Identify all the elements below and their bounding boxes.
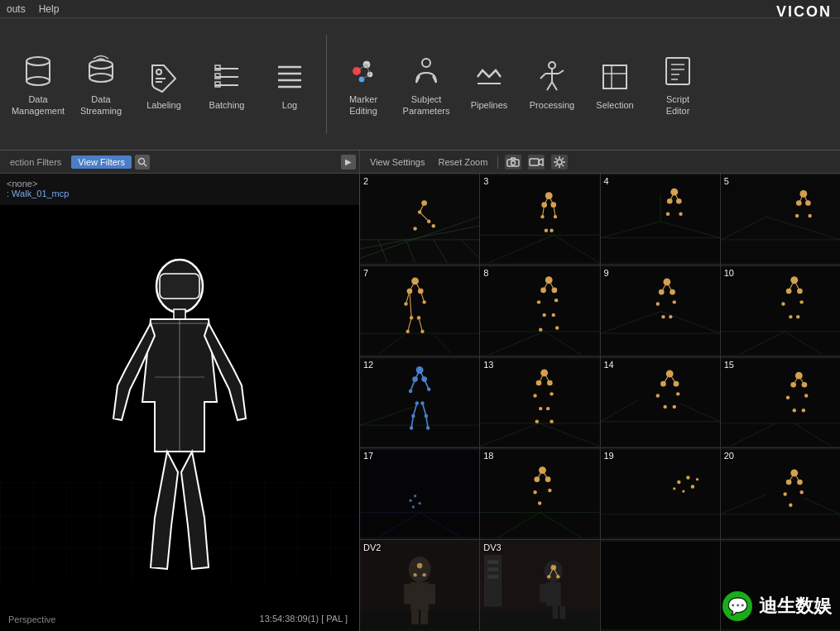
svg-rect-191 [360,451,479,538]
toolbar-batching[interactable]: Batching [197,26,257,142]
thumb-number-10: 10 [724,268,734,278]
thumbnail-2[interactable]: 2 [360,174,479,265]
thumbnail-13[interactable]: 13 [480,357,599,448]
toolbar-pipelines[interactable]: Pipelines [459,26,519,142]
subject-icon [406,51,446,91]
svg-point-140 [416,366,424,374]
thumbnail-10[interactable]: 10 [721,265,840,356]
tab-view-filters[interactable]: View Filters [71,155,132,169]
toolbar-selection-label: Selection [596,100,633,111]
thumbnail-5[interactable]: 5 [721,174,840,265]
menu-help[interactable]: Help [39,3,60,15]
svg-point-167 [535,419,539,423]
svg-point-113 [543,313,546,316]
toolbar-processing[interactable]: Processing [522,26,582,142]
thumb-content-9 [601,265,720,356]
thumb-number-9: 9 [604,268,609,278]
left-panel: ection Filters View Filters ▶ <none> : W… [0,151,360,631]
cylinder-icon [18,51,58,91]
list-icon [207,57,247,97]
thumbnail-7[interactable]: 7 [360,265,479,356]
svg-rect-54 [360,175,479,262]
thumbnail-8[interactable]: 8 [480,265,599,356]
lines-icon [270,57,310,97]
svg-rect-242 [553,606,559,619]
view-settings-button[interactable]: View Settings [367,155,428,169]
thumbnail-dv3[interactable]: DV3 [480,540,599,631]
subject-file: : Walk_01_mcp [7,189,353,198]
svg-rect-33 [603,65,626,88]
svg-point-133 [781,302,785,305]
video-camera-icon[interactable] [528,155,545,170]
thumbnail-19[interactable]: 19 [601,448,720,539]
svg-point-209 [682,490,684,493]
svg-point-163 [534,394,537,397]
thumbnail-17[interactable]: 17 [360,448,479,539]
svg-rect-243 [560,606,566,619]
toolbar-data-management[interactable]: DataManagement [8,26,68,142]
svg-point-244 [551,565,557,571]
thumbnail-9[interactable]: 9 [601,265,720,356]
svg-rect-249 [601,542,720,629]
thumbnail-dv2[interactable]: DV2 [360,540,479,631]
svg-point-166 [546,406,550,409]
wifi-cylinder-icon [81,51,121,91]
svg-point-208 [690,485,694,489]
toolbar-subject-parameters[interactable]: SubjectParameters [396,26,456,142]
svg-point-193 [414,495,416,497]
svg-point-134 [799,300,803,304]
svg-point-59 [432,224,435,227]
svg-point-32 [549,62,555,69]
character-silhouette [89,253,271,584]
thumb-number-15: 15 [724,360,734,370]
svg-point-112 [554,299,558,302]
svg-point-86 [795,214,799,218]
thumbnail-18[interactable]: 18 [480,448,599,539]
svg-point-77 [675,198,681,204]
svg-point-162 [547,380,553,385]
tab-selection-filters[interactable]: ection Filters [3,155,68,169]
filter-expand-button[interactable]: ▶ [341,155,356,170]
toolbar-labeling[interactable]: Labeling [134,26,194,142]
toolbar-selection[interactable]: Selection [585,26,645,142]
thumb-number-17: 17 [363,451,373,461]
svg-point-185 [786,395,790,399]
thumbnail-15[interactable]: 15 [721,357,840,448]
toolbar-marker-editing[interactable]: MarkerEditing [334,26,393,142]
svg-rect-241 [540,584,547,602]
svg-point-177 [663,404,666,408]
thumbnail-12[interactable]: 12 [360,357,479,448]
svg-rect-240 [546,582,561,606]
toolbar-pipelines-label: Pipelines [471,100,508,111]
svg-point-28 [422,59,430,67]
toolbar-script-editor[interactable]: ScriptEditor [648,26,708,142]
svg-rect-129 [721,267,840,354]
reset-zoom-button[interactable]: Reset Zoom [434,155,491,169]
toolbar-log-label: Log [282,100,297,111]
menu-outs[interactable]: outs [7,3,26,15]
filter-search-icon[interactable] [135,155,150,170]
thumbnail-20[interactable]: 20 [721,448,840,539]
thumbnail-14[interactable]: 14 [601,357,720,448]
toolbar: DataManagement DataStreaming [0,18,840,151]
thumb-content-10 [721,265,840,356]
toolbar-data-streaming[interactable]: DataStreaming [71,26,131,142]
svg-rect-229 [420,609,428,624]
svg-rect-36 [666,58,689,84]
svg-point-201 [548,489,551,492]
toolbar-log[interactable]: Log [260,26,319,142]
svg-point-232 [422,573,425,576]
svg-rect-107 [480,267,599,354]
settings-icon[interactable] [551,155,568,170]
thumb-number-3: 3 [483,176,488,186]
thumbnail-4[interactable]: 4 [601,174,720,265]
dots-icon [343,51,383,91]
svg-rect-46 [160,274,199,299]
svg-rect-205 [601,451,720,538]
thumbnail-3[interactable]: 3 [480,174,599,265]
thumb-content-dv2 [360,540,479,631]
camera-icon[interactable] [505,155,521,170]
svg-point-206 [677,480,680,484]
svg-point-53 [557,160,562,165]
toolbar-script-editor-label: ScriptEditor [666,94,690,116]
